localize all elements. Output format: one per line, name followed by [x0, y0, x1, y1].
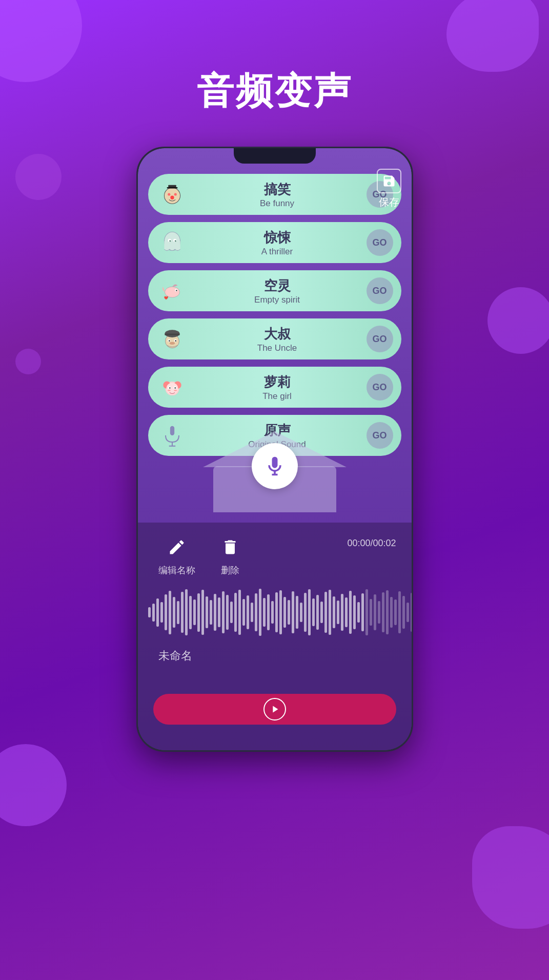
svg-point-17	[165, 330, 179, 337]
voice-en-uncle: The Uncle	[257, 343, 297, 353]
wave-bar	[201, 590, 204, 635]
lower-section: 00:00/00:02 编辑名称	[138, 523, 412, 750]
svg-point-5	[170, 196, 174, 199]
voice-item-uncle[interactable]: 大叔 The Uncle GO	[148, 318, 401, 359]
bg-blob-6	[0, 744, 67, 826]
voice-icon-empty_spirit: ❤️	[156, 275, 188, 307]
svg-point-4	[174, 193, 176, 195]
bg-blob-7	[472, 826, 549, 929]
volume-down-button	[136, 297, 137, 338]
svg-text:❤️: ❤️	[164, 296, 168, 300]
voice-en-funny: Be funny	[260, 198, 294, 209]
wave-bar	[263, 598, 266, 627]
wave-bar	[214, 594, 216, 631]
phone-notch	[234, 148, 316, 164]
delete-action[interactable]: 删除	[221, 538, 239, 576]
voice-text-girl: 萝莉 The girl	[188, 373, 367, 402]
wave-bar	[156, 598, 159, 627]
time-display: 00:00/00:02	[347, 538, 396, 549]
play-icon	[269, 704, 280, 715]
svg-rect-1	[168, 185, 176, 187]
wave-bar	[226, 595, 229, 630]
phone-frame: 保存 搞笑 Be funny GO 惊悚 A thriller GO ❤️ 空灵…	[0, 147, 549, 752]
go-button-girl[interactable]: GO	[367, 374, 393, 401]
wave-bar	[181, 592, 184, 633]
house-shape	[203, 441, 347, 512]
wave-bar	[165, 594, 167, 630]
edit-action[interactable]: 编辑名称	[158, 538, 195, 576]
action-row: 编辑名称 删除	[138, 523, 412, 582]
wave-bar	[398, 591, 401, 633]
voice-cn-uncle: 大叔	[264, 325, 291, 343]
delete-label: 删除	[221, 564, 239, 576]
wave-bar	[292, 591, 294, 633]
delete-icon	[221, 538, 239, 561]
wave-bar	[222, 591, 225, 633]
wave-bar	[361, 593, 364, 631]
mic-section	[138, 441, 412, 512]
voice-cn-funny: 搞笑	[264, 181, 291, 198]
edit-label: 编辑名称	[158, 564, 195, 576]
wave-bar	[308, 589, 311, 635]
voice-item-funny[interactable]: 搞笑 Be funny GO	[148, 174, 401, 215]
wave-bar	[296, 596, 298, 629]
filename: 未命名	[138, 643, 412, 669]
wave-bar	[329, 590, 331, 635]
go-button-empty_spirit[interactable]: GO	[367, 277, 393, 304]
svg-rect-7	[164, 241, 180, 249]
wave-bar	[288, 600, 290, 625]
volume-up-button	[136, 261, 137, 287]
wave-bar	[382, 592, 384, 632]
voice-list: 搞笑 Be funny GO 惊悚 A thriller GO ❤️ 空灵 Em…	[148, 174, 401, 456]
wave-bar	[411, 593, 412, 632]
wave-bar	[234, 593, 237, 632]
wave-bar	[255, 593, 257, 631]
wave-bar	[259, 589, 261, 636]
svg-point-33	[174, 390, 177, 391]
svg-rect-34	[170, 426, 174, 435]
wave-bar	[345, 597, 348, 627]
wave-bar	[337, 601, 339, 624]
svg-point-27	[166, 383, 178, 394]
svg-point-21	[168, 340, 170, 342]
go-button-uncle[interactable]: GO	[367, 326, 393, 352]
wave-bar	[406, 603, 409, 622]
voice-en-empty_spirit: Empty spirit	[254, 295, 300, 305]
wave-bar	[312, 598, 315, 626]
wave-bar	[242, 599, 245, 626]
wave-bar	[197, 593, 200, 632]
svg-point-14	[176, 290, 177, 291]
go-button-thriller[interactable]: GO	[367, 229, 393, 256]
voice-text-uncle: 大叔 The Uncle	[188, 325, 367, 353]
svg-point-23	[169, 342, 174, 345]
wave-bar	[247, 595, 249, 629]
wave-bar	[206, 596, 208, 628]
wave-bar	[324, 592, 327, 633]
svg-rect-2	[167, 187, 177, 189]
voice-icon-girl	[156, 371, 188, 403]
waveform	[138, 582, 412, 643]
svg-point-11	[174, 240, 176, 242]
wave-bar	[185, 589, 188, 635]
wave-bar	[160, 602, 163, 623]
voice-cn-girl: 萝莉	[264, 373, 291, 391]
wave-bar	[320, 602, 323, 623]
wave-bar	[173, 597, 175, 628]
wave-bar	[357, 602, 360, 623]
wave-bar	[152, 604, 155, 622]
wave-bar	[353, 595, 356, 629]
svg-rect-18	[165, 334, 179, 335]
voice-item-girl[interactable]: 萝莉 The girl GO	[148, 367, 401, 408]
play-bar[interactable]	[153, 694, 396, 725]
wave-bar	[275, 592, 278, 632]
wave-bar	[283, 597, 286, 628]
voice-item-thriller[interactable]: 惊悚 A thriller GO	[148, 222, 401, 263]
voice-icon-thriller	[156, 227, 188, 258]
microphone-button[interactable]	[252, 443, 298, 489]
save-button[interactable]: 保存	[377, 169, 401, 209]
voice-item-empty_spirit[interactable]: ❤️ 空灵 Empty spirit GO	[148, 270, 401, 311]
play-button[interactable]	[263, 698, 286, 721]
voice-text-funny: 搞笑 Be funny	[188, 181, 367, 209]
wave-bar	[370, 599, 372, 626]
phone-screen: 保存 搞笑 Be funny GO 惊悚 A thriller GO ❤️ 空灵…	[138, 148, 412, 750]
